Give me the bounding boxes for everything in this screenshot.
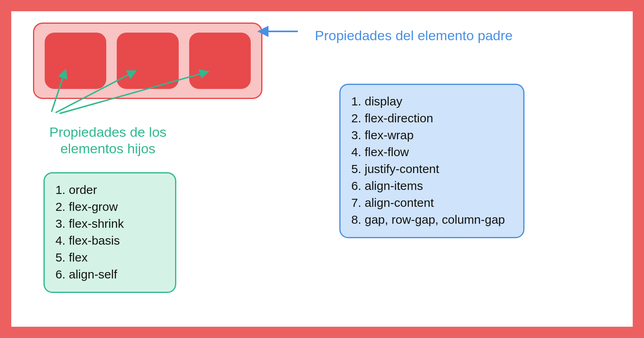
list-item: gap, row-gap, column-gap	[365, 211, 512, 228]
list-item: justify-content	[365, 161, 512, 177]
flex-child-box	[45, 33, 106, 89]
list-item: display	[365, 93, 512, 110]
child-properties-list: order flex-grow flex-shrink flex-basis f…	[64, 181, 164, 283]
list-item: align-self	[69, 266, 164, 283]
diagram-frame: Propiedades del elemento padre Propiedad…	[0, 0, 644, 338]
list-item: flex-wrap	[365, 127, 512, 144]
flex-child-box	[189, 33, 251, 89]
parent-properties-box: display flex-direction flex-wrap flex-fl…	[339, 84, 524, 238]
flex-parent-container	[33, 23, 262, 99]
list-item: flex-grow	[69, 198, 164, 215]
child-properties-label: Propiedades de los elementos hijos	[27, 124, 188, 157]
list-item: flex-shrink	[69, 215, 164, 232]
list-item: align-content	[365, 194, 512, 211]
list-item: flex-flow	[365, 144, 512, 161]
flex-child-box	[117, 33, 178, 89]
parent-properties-label: Propiedades del elemento padre	[309, 27, 518, 44]
parent-properties-list: display flex-direction flex-wrap flex-fl…	[360, 93, 512, 228]
list-item: flex-basis	[69, 232, 164, 249]
diagram-canvas: Propiedades del elemento padre Propiedad…	[11, 11, 633, 327]
list-item: flex	[69, 249, 164, 266]
list-item: align-items	[365, 177, 512, 194]
child-properties-box: order flex-grow flex-shrink flex-basis f…	[43, 172, 176, 293]
list-item: flex-direction	[365, 110, 512, 127]
list-item: order	[69, 181, 164, 198]
